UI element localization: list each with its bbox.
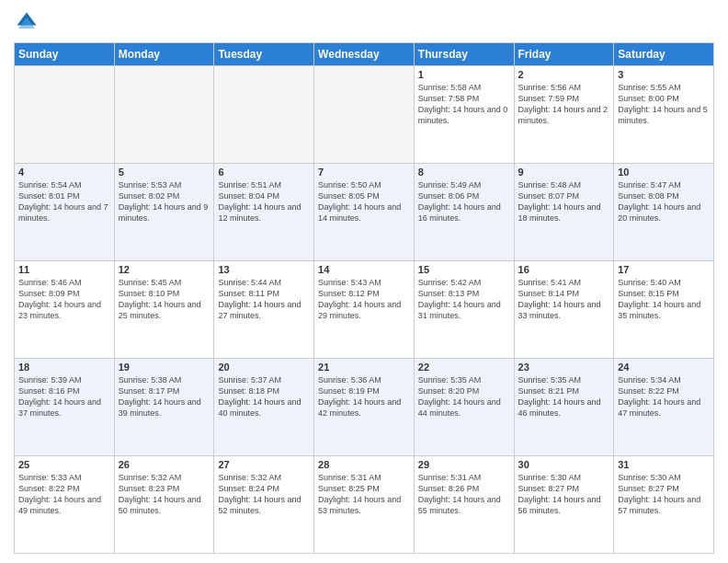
calendar-cell: 20 Sunrise: 5:37 AMSunset: 8:18 PMDaylig…	[214, 359, 314, 456]
day-number: 17	[618, 264, 710, 275]
day-info: Sunrise: 5:32 AMSunset: 8:24 PMDaylight:…	[218, 473, 301, 515]
day-number: 9	[518, 167, 610, 178]
calendar-cell: 27 Sunrise: 5:32 AMSunset: 8:24 PMDaylig…	[214, 456, 314, 554]
day-number: 30	[518, 459, 610, 470]
logo	[14, 9, 43, 35]
day-number: 28	[318, 459, 410, 470]
calendar-cell: 9 Sunrise: 5:48 AMSunset: 8:07 PMDayligh…	[514, 164, 614, 261]
day-number: 31	[618, 459, 710, 470]
day-info: Sunrise: 5:35 AMSunset: 8:21 PMDaylight:…	[518, 375, 601, 418]
day-number: 25	[18, 459, 110, 470]
logo-icon	[14, 9, 40, 35]
calendar-cell: 14 Sunrise: 5:43 AMSunset: 8:12 PMDaylig…	[314, 261, 415, 359]
day-number: 24	[618, 362, 710, 373]
calendar-cell	[314, 66, 415, 164]
calendar-cell: 4 Sunrise: 5:54 AMSunset: 8:01 PMDayligh…	[15, 164, 115, 261]
calendar-cell: 6 Sunrise: 5:51 AMSunset: 8:04 PMDayligh…	[214, 164, 314, 261]
day-info: Sunrise: 5:44 AMSunset: 8:11 PMDaylight:…	[218, 278, 301, 320]
calendar-cell	[214, 66, 314, 164]
calendar-cell: 29 Sunrise: 5:31 AMSunset: 8:26 PMDaylig…	[414, 456, 514, 554]
weekday-header-thursday: Thursday	[414, 43, 514, 66]
day-number: 19	[119, 362, 210, 373]
day-number: 2	[518, 69, 610, 80]
day-number: 14	[318, 264, 410, 275]
calendar-cell: 15 Sunrise: 5:42 AMSunset: 8:13 PMDaylig…	[414, 261, 514, 359]
day-info: Sunrise: 5:58 AMSunset: 7:58 PMDaylight:…	[418, 83, 508, 125]
calendar-cell: 2 Sunrise: 5:56 AMSunset: 7:59 PMDayligh…	[514, 66, 614, 164]
day-number: 11	[18, 264, 110, 275]
day-info: Sunrise: 5:43 AMSunset: 8:12 PMDaylight:…	[318, 278, 401, 320]
day-info: Sunrise: 5:31 AMSunset: 8:26 PMDaylight:…	[418, 473, 501, 515]
calendar-week-row: 1 Sunrise: 5:58 AMSunset: 7:58 PMDayligh…	[15, 66, 714, 164]
weekday-header-tuesday: Tuesday	[214, 43, 314, 66]
calendar-cell: 18 Sunrise: 5:39 AMSunset: 8:16 PMDaylig…	[15, 359, 115, 456]
day-info: Sunrise: 5:54 AMSunset: 8:01 PMDaylight:…	[18, 180, 108, 223]
day-number: 15	[418, 264, 510, 275]
weekday-header-friday: Friday	[514, 43, 614, 66]
calendar-week-row: 11 Sunrise: 5:46 AMSunset: 8:09 PMDaylig…	[15, 261, 714, 359]
calendar-cell: 13 Sunrise: 5:44 AMSunset: 8:11 PMDaylig…	[214, 261, 314, 359]
day-number: 1	[418, 69, 510, 80]
calendar-week-row: 4 Sunrise: 5:54 AMSunset: 8:01 PMDayligh…	[15, 164, 714, 261]
day-info: Sunrise: 5:32 AMSunset: 8:23 PMDaylight:…	[119, 473, 201, 515]
calendar-cell: 31 Sunrise: 5:30 AMSunset: 8:27 PMDaylig…	[614, 456, 714, 554]
day-number: 22	[418, 362, 510, 373]
calendar-cell: 26 Sunrise: 5:32 AMSunset: 8:23 PMDaylig…	[114, 456, 214, 554]
day-number: 6	[218, 167, 310, 178]
day-number: 7	[318, 167, 410, 178]
day-number: 12	[119, 264, 210, 275]
day-info: Sunrise: 5:38 AMSunset: 8:17 PMDaylight:…	[119, 375, 201, 418]
day-info: Sunrise: 5:40 AMSunset: 8:15 PMDaylight:…	[618, 278, 700, 320]
day-info: Sunrise: 5:49 AMSunset: 8:06 PMDaylight:…	[418, 180, 501, 223]
day-info: Sunrise: 5:41 AMSunset: 8:14 PMDaylight:…	[518, 278, 601, 320]
calendar-cell	[15, 66, 115, 164]
day-number: 29	[418, 459, 510, 470]
calendar-cell: 23 Sunrise: 5:35 AMSunset: 8:21 PMDaylig…	[514, 359, 614, 456]
day-number: 27	[218, 459, 310, 470]
day-info: Sunrise: 5:42 AMSunset: 8:13 PMDaylight:…	[418, 278, 501, 320]
day-info: Sunrise: 5:30 AMSunset: 8:27 PMDaylight:…	[518, 473, 601, 515]
day-number: 23	[518, 362, 610, 373]
calendar-cell: 21 Sunrise: 5:36 AMSunset: 8:19 PMDaylig…	[314, 359, 415, 456]
calendar-cell: 17 Sunrise: 5:40 AMSunset: 8:15 PMDaylig…	[614, 261, 714, 359]
calendar-cell: 3 Sunrise: 5:55 AMSunset: 8:00 PMDayligh…	[614, 66, 714, 164]
calendar-cell: 12 Sunrise: 5:45 AMSunset: 8:10 PMDaylig…	[114, 261, 214, 359]
calendar-cell: 28 Sunrise: 5:31 AMSunset: 8:25 PMDaylig…	[314, 456, 415, 554]
calendar-cell: 16 Sunrise: 5:41 AMSunset: 8:14 PMDaylig…	[514, 261, 614, 359]
day-info: Sunrise: 5:39 AMSunset: 8:16 PMDaylight:…	[18, 375, 101, 418]
calendar-cell: 5 Sunrise: 5:53 AMSunset: 8:02 PMDayligh…	[114, 164, 214, 261]
day-info: Sunrise: 5:46 AMSunset: 8:09 PMDaylight:…	[18, 278, 101, 320]
weekday-header-monday: Monday	[114, 43, 214, 66]
calendar-table: SundayMondayTuesdayWednesdayThursdayFrid…	[14, 42, 714, 554]
day-number: 16	[518, 264, 610, 275]
calendar-cell: 1 Sunrise: 5:58 AMSunset: 7:58 PMDayligh…	[414, 66, 514, 164]
day-info: Sunrise: 5:45 AMSunset: 8:10 PMDaylight:…	[119, 278, 201, 320]
calendar-cell: 11 Sunrise: 5:46 AMSunset: 8:09 PMDaylig…	[15, 261, 115, 359]
weekday-header-wednesday: Wednesday	[314, 43, 415, 66]
day-number: 8	[418, 167, 510, 178]
day-number: 13	[218, 264, 310, 275]
calendar-cell: 24 Sunrise: 5:34 AMSunset: 8:22 PMDaylig…	[614, 359, 714, 456]
calendar-cell: 19 Sunrise: 5:38 AMSunset: 8:17 PMDaylig…	[114, 359, 214, 456]
weekday-header-sunday: Sunday	[15, 43, 115, 66]
day-info: Sunrise: 5:35 AMSunset: 8:20 PMDaylight:…	[418, 375, 501, 418]
day-info: Sunrise: 5:50 AMSunset: 8:05 PMDaylight:…	[318, 180, 401, 223]
day-info: Sunrise: 5:31 AMSunset: 8:25 PMDaylight:…	[318, 473, 401, 515]
header	[14, 9, 714, 35]
day-number: 26	[119, 459, 210, 470]
day-info: Sunrise: 5:51 AMSunset: 8:04 PMDaylight:…	[218, 180, 301, 223]
calendar-cell	[114, 66, 214, 164]
day-info: Sunrise: 5:30 AMSunset: 8:27 PMDaylight:…	[618, 473, 700, 515]
calendar-cell: 22 Sunrise: 5:35 AMSunset: 8:20 PMDaylig…	[414, 359, 514, 456]
calendar-cell: 25 Sunrise: 5:33 AMSunset: 8:22 PMDaylig…	[15, 456, 115, 554]
day-number: 10	[618, 167, 710, 178]
day-number: 18	[18, 362, 110, 373]
calendar-week-row: 18 Sunrise: 5:39 AMSunset: 8:16 PMDaylig…	[15, 359, 714, 456]
day-number: 20	[218, 362, 310, 373]
weekday-header-saturday: Saturday	[614, 43, 714, 66]
day-info: Sunrise: 5:53 AMSunset: 8:02 PMDaylight:…	[119, 180, 209, 223]
calendar-cell: 8 Sunrise: 5:49 AMSunset: 8:06 PMDayligh…	[414, 164, 514, 261]
day-number: 5	[119, 167, 210, 178]
weekday-header-row: SundayMondayTuesdayWednesdayThursdayFrid…	[15, 43, 714, 66]
calendar-week-row: 25 Sunrise: 5:33 AMSunset: 8:22 PMDaylig…	[15, 456, 714, 554]
